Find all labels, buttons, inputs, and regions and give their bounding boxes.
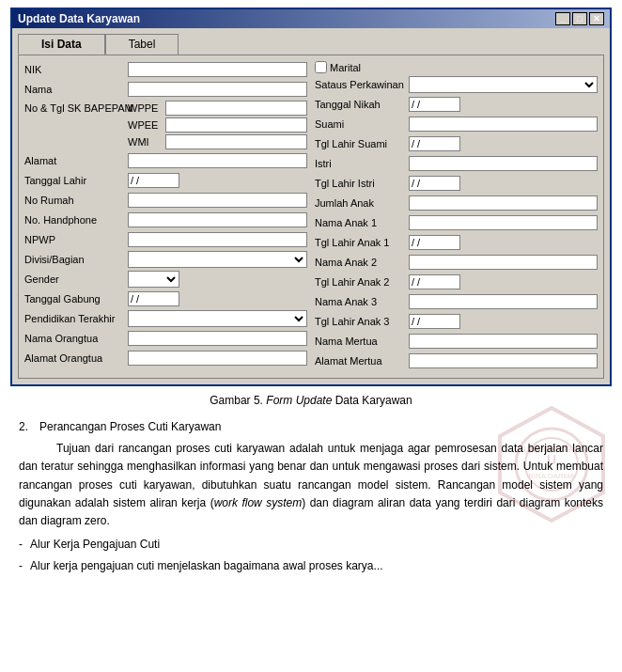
npwp-input[interactable]: [128, 232, 307, 247]
tgl-lahir-suami-label: Tgl Lahir Suami: [315, 138, 409, 149]
tab-isi-data[interactable]: Isi Data: [18, 34, 105, 55]
nama-label: Nama: [24, 84, 128, 95]
bullet-item-2: - Alur kerja pengajuan cuti menjelaskan …: [19, 557, 603, 575]
wmi-input[interactable]: [165, 134, 307, 149]
marital-checkbox[interactable]: [315, 61, 327, 73]
bullet-text-2: Alur kerja pengajuan cuti menjelaskan ba…: [30, 557, 383, 575]
suami-row: Suami: [315, 116, 598, 133]
suami-input[interactable]: [409, 117, 598, 132]
tgl-lahir-anak2-row: Tgl Lahir Anak 2: [315, 273, 598, 290]
caption-prefix: Gambar 5.: [210, 394, 266, 407]
maximize-button[interactable]: □: [572, 12, 587, 25]
status-perkawinan-select[interactable]: [409, 76, 598, 93]
nama-mertua-label: Nama Mertua: [315, 336, 409, 347]
alamat-orangtua-label: Alamat Orangtua: [24, 352, 128, 364]
nik-input[interactable]: [128, 62, 307, 77]
nama-orangtua-label: Nama Orangtua: [24, 333, 128, 344]
tgl-lahir-suami-row: Tgl Lahir Suami: [315, 135, 598, 152]
pendidikan-label: Pendidikan Terakhir: [24, 313, 128, 324]
tgl-lahir-anak3-label: Tgl Lahir Anak 3: [315, 316, 409, 327]
status-perkawinan-label: Sataus Perkawinan: [315, 79, 409, 90]
wppe-input[interactable]: [165, 101, 307, 116]
wpee-input[interactable]: [165, 117, 307, 133]
nama-anak3-row: Nama Anak 3: [315, 293, 598, 310]
tgl-lahir-anak1-input[interactable]: [409, 235, 460, 250]
marital-row: Marital: [315, 61, 598, 73]
marital-label: Marital: [330, 62, 361, 73]
no-handphone-input[interactable]: [128, 212, 307, 227]
tgl-lahir-anak3-input[interactable]: [409, 314, 460, 329]
tgl-lahir-anak2-input[interactable]: [409, 274, 460, 289]
tgl-lahir-istri-label: Tgl Lahir Istri: [315, 178, 409, 189]
caption-suffix: Data Karyawan: [332, 394, 412, 407]
tgl-gabung-label: Tanggal Gabung: [24, 293, 128, 305]
minimize-button[interactable]: _: [555, 12, 570, 25]
divisi-row: Divisi/Bagian: [24, 251, 307, 268]
bullet-dash-2: -: [19, 557, 23, 575]
tgl-lahir-anak3-row: Tgl Lahir Anak 3: [315, 313, 598, 330]
tgl-nikah-row: Tanggal Nikah: [315, 96, 598, 113]
nama-orangtua-input[interactable]: [128, 331, 307, 346]
wpee-row: WPEE: [128, 117, 307, 133]
window-content: Isi Data Tabel NIK Nama: [12, 28, 610, 384]
bullet-text-1: Alur Kerja Pengajuan Cuti: [30, 536, 160, 554]
nama-anak3-input[interactable]: [409, 294, 598, 309]
no-handphone-row: No. Handphone: [24, 211, 307, 228]
no-rumah-row: No Rumah: [24, 192, 307, 209]
figure-area: UNIVERSITAS U BINA DARMA Gambar 5. Form …: [0, 394, 622, 407]
alamat-mertua-input[interactable]: [409, 353, 598, 368]
pendidikan-select[interactable]: [128, 310, 307, 327]
tgl-lahir-row: Tanggal Lahir: [24, 172, 307, 189]
alamat-orangtua-input[interactable]: [128, 351, 307, 366]
window-controls: _ □ ✕: [555, 12, 604, 25]
nama-orangtua-row: Nama Orangtua: [24, 330, 307, 347]
italic-text: work flow system: [214, 496, 303, 509]
tab-content: NIK Nama No & Tgl SK BAPEPAM WPPE: [18, 55, 604, 379]
tgl-lahir-input[interactable]: [128, 173, 179, 188]
suami-label: Suami: [315, 118, 409, 130]
wppe-label: WPPE: [128, 102, 163, 114]
no-handphone-label: No. Handphone: [24, 214, 128, 226]
tgl-lahir-label: Tanggal Lahir: [24, 175, 128, 186]
section-number: 2.: [19, 418, 28, 436]
jumlah-anak-input[interactable]: [409, 195, 598, 211]
tgl-lahir-istri-input[interactable]: [409, 176, 460, 191]
npwp-row: NPWP: [24, 231, 307, 248]
alamat-input[interactable]: [128, 153, 307, 168]
gender-select[interactable]: [128, 271, 179, 288]
no-rumah-label: No Rumah: [24, 195, 128, 206]
divisi-select[interactable]: [128, 251, 307, 268]
svg-text:U: U: [547, 452, 556, 467]
alamat-label: Alamat: [24, 155, 128, 166]
tab-tabel[interactable]: Tabel: [105, 34, 179, 55]
pendidikan-row: Pendidikan Terakhir: [24, 310, 307, 327]
nama-mertua-input[interactable]: [409, 334, 598, 349]
sk-bapepam-label: No & Tgl SK BAPEPAM: [24, 101, 128, 114]
alamat-orangtua-row: Alamat Orangtua: [24, 350, 307, 367]
tgl-lahir-istri-row: Tgl Lahir Istri: [315, 175, 598, 192]
status-perkawinan-row: Sataus Perkawinan: [315, 76, 598, 93]
nama-anak1-label: Nama Anak 1: [315, 217, 409, 228]
gender-row: Gender: [24, 271, 307, 288]
figure-caption: Gambar 5. Form Update Data Karyawan: [210, 394, 412, 407]
nama-anak1-input[interactable]: [409, 215, 598, 230]
svg-text:BINA DARMA: BINA DARMA: [528, 472, 575, 480]
tgl-lahir-suami-input[interactable]: [409, 136, 460, 151]
tgl-nikah-label: Tanggal Nikah: [315, 99, 409, 110]
no-rumah-input[interactable]: [128, 193, 307, 208]
wppe-row: WPPE: [128, 101, 307, 116]
alamat-mertua-row: Alamat Mertua: [315, 352, 598, 369]
istri-input[interactable]: [409, 156, 598, 171]
nama-anak3-label: Nama Anak 3: [315, 296, 409, 307]
nama-anak2-input[interactable]: [409, 255, 598, 270]
tgl-gabung-input[interactable]: [128, 291, 179, 306]
tgl-lahir-anak2-label: Tgl Lahir Anak 2: [315, 276, 409, 288]
close-button[interactable]: ✕: [589, 12, 604, 25]
wmi-row: WMI: [128, 134, 307, 149]
nama-input[interactable]: [128, 82, 307, 97]
tgl-gabung-row: Tanggal Gabung: [24, 290, 307, 307]
form-right: Marital Sataus Perkawinan Tanggal Nikah: [315, 61, 598, 372]
wpee-label: WPEE: [128, 119, 163, 131]
update-data-karyawan-window: Update Data Karyawan _ □ ✕ Isi Data Tabe…: [10, 8, 612, 386]
tgl-nikah-input[interactable]: [409, 97, 460, 112]
